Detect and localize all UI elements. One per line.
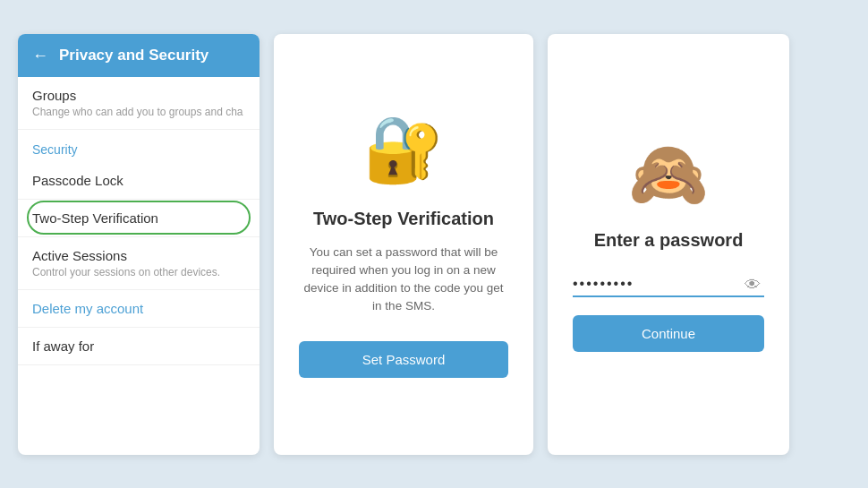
password-title: Enter a password — [594, 230, 744, 251]
password-input-wrapper: 👁 — [573, 272, 764, 297]
delete-account-label: Delete my account — [32, 301, 245, 316]
set-password-button[interactable]: Set Password — [299, 341, 508, 378]
back-arrow-icon[interactable]: ← — [32, 47, 48, 64]
settings-item-delete-account[interactable]: Delete my account — [18, 290, 260, 328]
eye-icon[interactable]: 👁 — [745, 276, 761, 295]
lock-icon: 🔐 — [363, 111, 444, 187]
settings-item-if-away[interactable]: If away for — [18, 328, 260, 365]
continue-button[interactable]: Continue — [573, 315, 764, 352]
verification-panel: 🔐 Two-Step Verification You can set a pa… — [274, 34, 533, 455]
settings-item-two-step[interactable]: Two-Step Verification — [18, 200, 260, 237]
active-sessions-label: Active Sessions — [32, 248, 245, 263]
settings-panel: ← Privacy and Security Groups Change who… — [18, 34, 260, 455]
groups-label: Groups — [32, 88, 245, 103]
settings-item-groups[interactable]: Groups Change who can add you to groups … — [18, 77, 260, 130]
verification-description: You can set a password that will be requ… — [299, 244, 508, 316]
active-sessions-sublabel: Control your sessions on other devices. — [32, 266, 245, 278]
two-step-label: Two-Step Verification — [32, 210, 245, 226]
verification-title: Two-Step Verification — [313, 209, 494, 229]
security-section-title: Security — [18, 130, 260, 162]
monkey-emoji-icon: 🙈 — [628, 136, 709, 212]
main-container: ← Privacy and Security Groups Change who… — [0, 0, 868, 488]
settings-body: Groups Change who can add you to groups … — [18, 77, 260, 365]
groups-sublabel: Change who can add you to groups and cha — [32, 106, 245, 118]
settings-item-active-sessions[interactable]: Active Sessions Control your sessions on… — [18, 237, 260, 290]
settings-header: ← Privacy and Security — [18, 34, 260, 77]
password-input[interactable] — [573, 272, 764, 297]
if-away-label: If away for — [32, 338, 245, 354]
password-panel: 🙈 Enter a password 👁 Continue — [548, 34, 789, 455]
settings-title: Privacy and Security — [59, 47, 208, 64]
settings-item-passcode-lock[interactable]: Passcode Lock — [18, 162, 260, 200]
passcode-lock-label: Passcode Lock — [32, 173, 245, 188]
